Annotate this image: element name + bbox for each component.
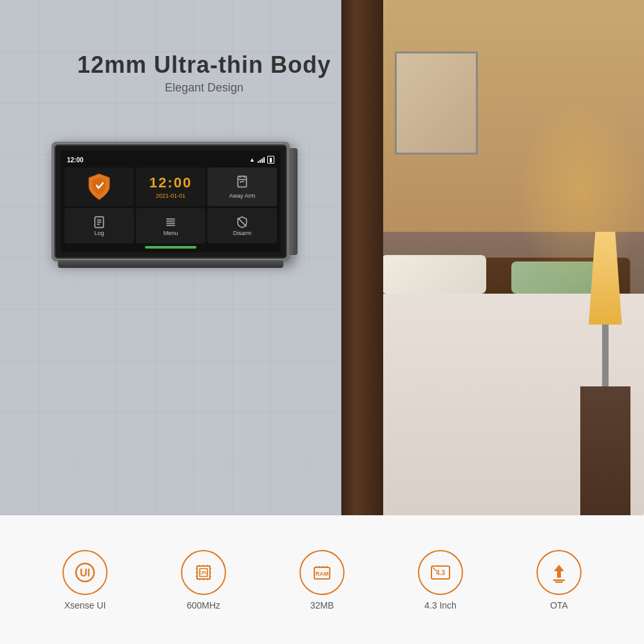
device-frame: 12:00 ▲ — [54, 144, 287, 259]
spec-item-xsense-ui: UI Xsense UI — [62, 550, 108, 611]
menu-icon — [164, 216, 177, 230]
ram-icon: RAM — [309, 560, 335, 585]
menu-label: Menu — [164, 230, 178, 236]
lamp-shade — [589, 232, 622, 325]
log-label: Log — [94, 230, 104, 236]
time-cell: 12:00 2021-01-01 — [136, 167, 205, 206]
wifi-icon: ▲ — [249, 156, 255, 163]
spec-item-ota: OTA — [536, 550, 582, 611]
lamp-pole — [602, 325, 609, 386]
product-subheading: Elegant Design — [77, 81, 331, 95]
main-container: 12mm Ultra-thin Body Elegant Design 12:0… — [0, 0, 644, 644]
room-background — [367, 0, 644, 515]
battery-icon: ▮ — [267, 156, 274, 164]
spec-icon-cpu: CPU — [181, 550, 226, 595]
screen-grid: 12:00 2021-01-01 — [64, 167, 277, 243]
screen-size-icon: 4.3 — [428, 560, 453, 585]
svg-marker-40 — [554, 565, 564, 578]
heading-area: 12mm Ultra-thin Body Elegant Design — [77, 52, 331, 95]
spec-item-screen: 4.3 4.3 Inch — [418, 550, 463, 611]
shield-icon — [86, 173, 112, 201]
shield-cell[interactable] — [64, 167, 134, 206]
status-time: 12:00 — [67, 156, 84, 164]
nightstand — [580, 386, 630, 515]
status-icons: ▲ ▮ — [249, 156, 274, 164]
disarm-icon — [236, 216, 249, 230]
menu-cell[interactable]: Menu — [136, 208, 205, 243]
away-arm-icon — [236, 175, 249, 191]
screen-status-bar — [64, 246, 277, 249]
svg-text:CPU: CPU — [199, 571, 209, 575]
device-outer-frame: 12:00 ▲ — [52, 142, 290, 261]
ui-icon: UI — [72, 560, 98, 585]
svg-text:UI: UI — [80, 567, 90, 578]
spec-label-cpu: 600MHz — [187, 600, 220, 611]
specs-section: UI Xsense UI CPU — [0, 515, 644, 644]
ota-icon — [546, 560, 572, 585]
clock-display: 12:00 — [149, 175, 192, 191]
disarm-cell[interactable]: Disarm — [207, 208, 277, 243]
spec-icon-xsense-ui: UI — [62, 550, 108, 595]
svg-text:RAM: RAM — [316, 571, 329, 577]
away-arm-cell[interactable]: Away Arm — [207, 167, 277, 206]
product-heading: 12mm Ultra-thin Body — [77, 52, 331, 79]
device-screen: 12:00 ▲ — [61, 151, 281, 252]
svg-text:4.3: 4.3 — [436, 569, 445, 576]
lamp — [589, 232, 622, 386]
status-bar: 12:00 ▲ — [64, 155, 277, 165]
cpu-icon: CPU — [191, 560, 216, 585]
green-indicator-bar — [145, 246, 196, 249]
spec-icon-ota — [536, 550, 582, 595]
wall-art — [395, 52, 478, 155]
device-side-shadow — [289, 148, 298, 255]
spec-label-ram: 32MB — [310, 600, 334, 611]
spec-item-ram: RAM 32MB — [299, 550, 345, 611]
door-frame — [341, 0, 383, 515]
spec-label-screen: 4.3 Inch — [424, 600, 457, 611]
signal-bar-1 — [258, 161, 259, 163]
spec-label-ota: OTA — [550, 600, 568, 611]
device-wrapper: 12:00 ▲ — [52, 142, 290, 261]
signal-bars — [258, 156, 265, 163]
product-image-section: 12mm Ultra-thin Body Elegant Design 12:0… — [0, 0, 644, 515]
spec-label-xsense-ui: Xsense UI — [64, 600, 106, 611]
log-icon — [93, 216, 106, 230]
signal-bar-4 — [263, 157, 265, 163]
away-arm-label: Away Arm — [229, 193, 255, 199]
disarm-label: Disarm — [233, 230, 252, 236]
date-display: 2021-01-01 — [156, 193, 185, 199]
spec-item-cpu: CPU 600MHz — [181, 550, 226, 611]
device-bottom-shadow — [58, 260, 283, 268]
signal-bar-3 — [261, 158, 263, 163]
log-cell[interactable]: Log — [64, 208, 134, 243]
spec-icon-screen: 4.3 — [418, 550, 463, 595]
spec-icon-ram: RAM — [299, 550, 345, 595]
pillow-1 — [381, 255, 486, 294]
signal-bar-2 — [260, 160, 261, 163]
